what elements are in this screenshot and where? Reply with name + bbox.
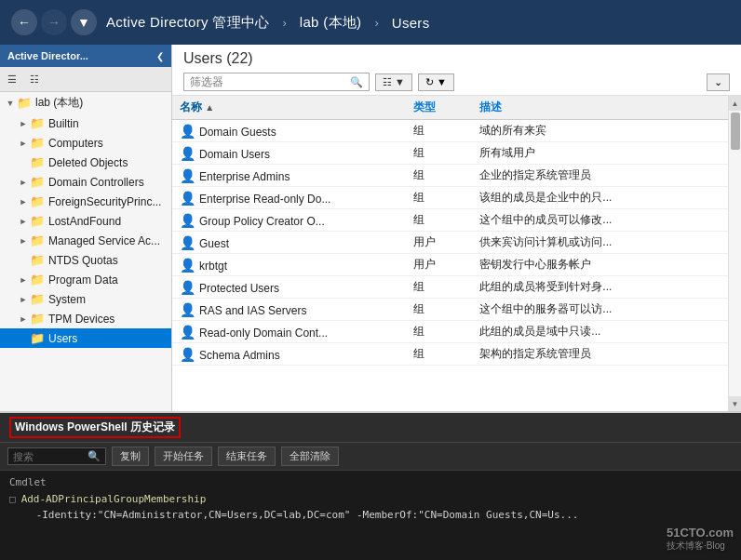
tree-item-tpm[interactable]: ► 📁 TPM Devices — [0, 309, 171, 328]
app-title: Active Directory 管理中心 — [106, 14, 270, 32]
row-name: 👤Read-only Domain Cont... — [172, 321, 406, 343]
tree-item-users[interactable]: 📁 Users — [0, 328, 171, 348]
sidebar-list-view-btn[interactable]: ☰ — [2, 69, 22, 89]
tree-item-system[interactable]: ► 📁 System — [0, 289, 171, 309]
row-user-icon: 👤 — [180, 325, 195, 340]
filter-input-wrap: 🔍 — [183, 73, 370, 91]
tree-item-managed[interactable]: ► 📁 Managed Service Ac... — [0, 231, 171, 250]
row-user-icon: 👤 — [180, 302, 195, 317]
filter-bar: 🔍 ☷ ▼ ↻ ▼ ⌄ — [183, 73, 730, 91]
tree-label: TPM Devices — [48, 313, 115, 326]
row-user-icon: 👤 — [180, 146, 195, 161]
table-scroll-area: 名称 ▲ 类型 描述 👤Domain Guests 组 域的所有来宾 👤Do — [172, 96, 741, 411]
col-header-type[interactable]: 类型 — [406, 96, 473, 120]
tree-item-foreign[interactable]: ► 📁 ForeignSecurityPrinc... — [0, 192, 171, 211]
filter-view-btn[interactable]: ☷ ▼ — [375, 73, 412, 91]
filter-input[interactable] — [190, 75, 350, 88]
tree-label: Computers — [48, 137, 103, 150]
breadcrumb-1[interactable]: lab (本地) — [300, 14, 362, 32]
ps-expand-icon[interactable]: □ — [9, 493, 16, 505]
table-row[interactable]: 👤Enterprise Read-only Do... 组 该组的成员是企业中的… — [172, 187, 728, 209]
expand-icon: ► — [17, 295, 30, 304]
sidebar-tree: ▼ 📁 lab (本地) ► 📁 Builtin ► 📁 Computers 📁… — [0, 92, 171, 411]
sidebar-header: Active Director... ❮ — [0, 45, 171, 67]
row-name: 👤Protected Users — [172, 276, 406, 299]
table-row[interactable]: 👤Schema Admins 组 架构的指定系统管理员 — [172, 343, 728, 366]
sidebar-title: Active Director... — [7, 50, 88, 61]
ps-search-input[interactable] — [13, 451, 88, 462]
ps-copy-btn[interactable]: 复制 — [112, 447, 149, 466]
row-desc: 所有域用户 — [472, 142, 728, 165]
table-row[interactable]: 👤RAS and IAS Servers 组 这个组中的服务器可以访... — [172, 299, 728, 321]
vertical-scrollbar[interactable]: ▲ ▼ — [728, 96, 741, 411]
scroll-down-btn[interactable]: ▼ — [729, 396, 742, 411]
row-name: 👤krbtgt — [172, 254, 406, 276]
sidebar-detail-view-btn[interactable]: ☷ — [24, 69, 45, 89]
expand-icon: ► — [17, 236, 30, 246]
row-name: 👤Enterprise Admins — [172, 165, 406, 187]
sidebar-collapse-icon[interactable]: ❮ — [156, 51, 164, 61]
folder-icon: 📁 — [30, 331, 45, 345]
refresh-btn[interactable]: ↻ ▼ — [418, 73, 454, 91]
nav-buttons: ← → ▼ — [11, 9, 97, 35]
ps-start-task-btn[interactable]: 开始任务 — [155, 447, 212, 466]
row-type: 组 — [406, 343, 473, 366]
folder-icon: 📁 — [30, 312, 45, 326]
ps-command-text: Add-ADPrincipalGroupMembership -Identity… — [21, 492, 579, 523]
row-type: 组 — [406, 187, 473, 209]
forward-button[interactable]: → — [41, 9, 67, 35]
table-row[interactable]: 👤Domain Users 组 所有域用户 — [172, 142, 728, 165]
table-row[interactable]: 👤krbtgt 用户 密钥发行中心服务帐户 — [172, 254, 728, 276]
row-name: 👤Enterprise Read-only Do... — [172, 187, 406, 209]
col-header-name[interactable]: 名称 ▲ — [172, 96, 406, 120]
collapse-panel-btn[interactable]: ⌄ — [707, 73, 730, 91]
tree-label: Users — [48, 332, 77, 345]
folder-icon: 📁 — [30, 194, 45, 208]
tree-item-deleted[interactable]: 📁 Deleted Objects — [0, 153, 171, 172]
tree-item-lost[interactable]: ► 📁 LostAndFound — [0, 211, 171, 231]
tree-item-builtin[interactable]: ► 📁 Builtin — [0, 113, 171, 133]
table-area: 名称 ▲ 类型 描述 👤Domain Guests 组 域的所有来宾 👤Do — [172, 96, 728, 411]
expand-icon: ► — [17, 139, 30, 148]
expand-icon: ► — [17, 217, 30, 226]
tree-item-program[interactable]: ► 📁 Program Data — [0, 270, 171, 289]
ps-command-block: □ Add-ADPrincipalGroupMembership -Identi… — [9, 492, 732, 523]
col-header-desc[interactable]: 描述 — [472, 96, 728, 120]
tree-label: LostAndFound — [48, 215, 121, 228]
expand-icon: ► — [17, 314, 30, 324]
folder-icon: 📁 — [30, 233, 45, 247]
dropdown-button[interactable]: ▼ — [71, 9, 97, 35]
table-row[interactable]: 👤Protected Users 组 此组的成员将受到针对身... — [172, 276, 728, 299]
users-table: 名称 ▲ 类型 描述 👤Domain Guests 组 域的所有来宾 👤Do — [172, 96, 728, 366]
content-header: Users (22) 🔍 ☷ ▼ ↻ ▼ ⌄ — [172, 45, 741, 96]
title-bar: ← → ▼ Active Directory 管理中心 › lab (本地) ›… — [0, 0, 741, 45]
ps-cmd-name: Add-ADPrincipalGroupMembership — [21, 493, 207, 505]
folder-icon: 📁 — [30, 155, 45, 169]
table-row[interactable]: 👤Domain Guests 组 域的所有来宾 — [172, 120, 728, 142]
powershell-title: Windows PowerShell 历史记录 — [9, 417, 181, 438]
tree-item-ntds[interactable]: 📁 NTDS Quotas — [0, 250, 171, 270]
dropdown-arrow: ▼ — [395, 76, 405, 87]
row-desc: 这个组中的成员可以修改... — [472, 209, 728, 232]
scroll-up-btn[interactable]: ▲ — [729, 96, 742, 111]
breadcrumb-2[interactable]: Users — [392, 15, 430, 31]
table-row[interactable]: 👤Read-only Domain Cont... 组 此组的成员是域中只读..… — [172, 321, 728, 343]
tree-item-computers[interactable]: ► 📁 Computers — [0, 133, 171, 153]
sidebar: Active Director... ❮ ☰ ☷ ▼ 📁 lab (本地) ► … — [0, 45, 172, 411]
tree-label: Managed Service Ac... — [48, 234, 160, 247]
expand-icon: ► — [17, 197, 30, 207]
row-user-icon: 👤 — [180, 124, 195, 139]
scroll-thumb[interactable] — [731, 113, 740, 150]
table-row[interactable]: 👤Group Policy Creator O... 组 这个组中的成员可以修改… — [172, 209, 728, 232]
tree-item-dc[interactable]: ► 📁 Domain Controllers — [0, 172, 171, 192]
ps-clear-all-btn[interactable]: 全部清除 — [281, 447, 339, 466]
powershell-header: Windows PowerShell 历史记录 — [0, 413, 741, 443]
back-button[interactable]: ← — [11, 9, 37, 35]
table-row[interactable]: 👤Enterprise Admins 组 企业的指定系统管理员 — [172, 165, 728, 187]
tree-label: System — [48, 293, 86, 306]
ps-end-task-btn[interactable]: 结束任务 — [218, 447, 276, 466]
row-type: 组 — [406, 321, 473, 343]
ps-cmd-params: -Identity:"CN=Administrator,CN=Users,DC=… — [21, 509, 579, 521]
table-row[interactable]: 👤Guest 用户 供来宾访问计算机或访问... — [172, 232, 728, 254]
tree-item-lab[interactable]: ▼ 📁 lab (本地) — [0, 92, 171, 113]
